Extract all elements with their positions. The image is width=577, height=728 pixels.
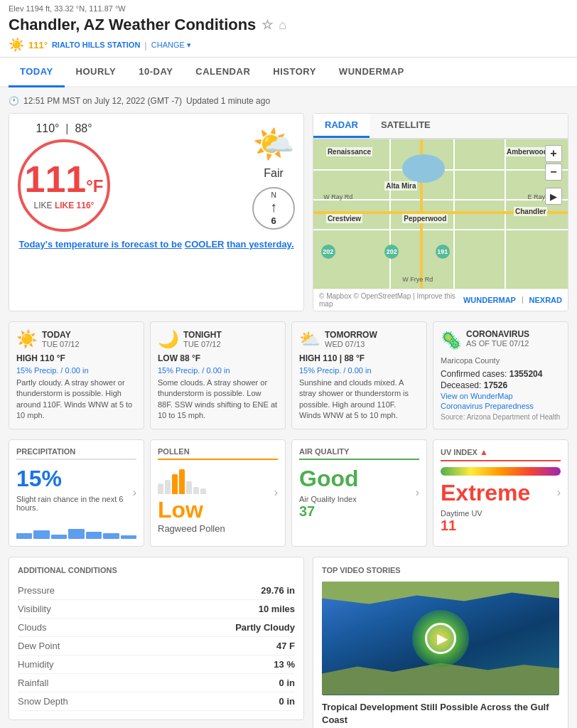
road-label-wray: W Ray Rd <box>323 193 352 200</box>
map-view[interactable]: Renaissance Amberwood II Alta Mira Crest… <box>313 139 568 289</box>
map-footer: © Mapbox © OpenStreetMap | Improve this … <box>313 289 568 311</box>
temp-circle: 111°F LIKE LIKE 116° <box>18 139 110 232</box>
precip-arrow[interactable]: › <box>133 486 136 499</box>
row-rainfall: Rainfall 0 in <box>18 674 295 692</box>
map-label-renaissance: Renaissance <box>326 147 372 156</box>
highway-191: 191 <box>436 245 450 259</box>
uv-warning-icon: ▲ <box>480 447 488 457</box>
corona-header: 🦠 CORONAVIRUS AS OF TUE 07/12 <box>441 329 561 352</box>
zoom-in-button[interactable]: + <box>545 145 562 162</box>
pollen-level: Low <box>158 497 278 523</box>
video-play-overlay: ▶ <box>322 582 559 695</box>
low-temp: 88° <box>75 122 92 134</box>
air-quality-card: AIR QUALITY Good Air Quality Index 37 › <box>291 439 427 547</box>
station-temp: 111° <box>28 40 48 50</box>
tonight-desc: Some clouds. A stray shower or thunderst… <box>158 378 278 422</box>
precip-title: PRECIPITATION <box>16 447 136 460</box>
tab-wundermap[interactable]: WUNDERMAP <box>328 58 416 87</box>
aq-title: AIR QUALITY <box>299 447 419 460</box>
temp-circle-area: 110° | 88° 111°F LIKE LIKE 116° <box>18 122 110 232</box>
sun-icon: 🌤️ <box>252 124 295 164</box>
aq-sub: Air Quality Index <box>299 495 419 503</box>
map-tab-satellite[interactable]: SATELLITE <box>370 114 442 138</box>
weather-map-section: 110° | 88° 111°F LIKE LIKE 116° � <box>9 113 568 311</box>
uv-level: Extreme <box>441 480 561 506</box>
city-title-bar: Chandler, AZ Weather Conditions ☆ ⌂ <box>9 16 568 34</box>
corona-icon: 🦠 <box>441 331 462 350</box>
pollen-title: POLLEN <box>158 447 278 460</box>
tab-history[interactable]: HISTORY <box>261 58 328 87</box>
uv-arrow[interactable]: › <box>557 486 561 499</box>
forecast-today-header: ☀️ TODAY TUE 07/12 <box>16 329 136 349</box>
tab-10day[interactable]: 10-DAY <box>127 58 184 87</box>
tonight-icon: 🌙 <box>158 329 179 349</box>
time-bar: 🕐 12:51 PM MST on July 12, 2022 (GMT -7)… <box>9 96 568 106</box>
video-story-title: Tropical Development Still Possible Acro… <box>322 701 559 727</box>
precip-sub: Slight rain chance in the next 6 hours. <box>16 495 136 512</box>
uv-value: 11 <box>441 518 561 534</box>
map-label-crestview: Crestview <box>326 214 362 223</box>
tomorrow-title: TOMORROW <box>325 330 377 340</box>
precip-bars <box>16 518 136 539</box>
bottom-section: ADDITIONAL CONDITIONS Pressure 29.76 in … <box>9 557 568 728</box>
today-title: TODAY <box>42 330 80 340</box>
corona-deceased: Deceased: 17526 <box>441 380 561 390</box>
today-precip[interactable]: 15% Precip. / 0.00 in <box>16 366 136 375</box>
tomorrow-precip[interactable]: 15% Precip. / 0.00 in <box>299 366 419 375</box>
feels-like: LIKE LIKE 116° <box>34 200 95 210</box>
wundermap-link[interactable]: WUNDERMAP <box>463 296 516 304</box>
tonight-date: TUE 07/12 <box>183 340 222 348</box>
left-bottom: ADDITIONAL CONDITIONS Pressure 29.76 in … <box>9 557 304 728</box>
tonight-title: TONIGHT <box>183 330 222 340</box>
corona-source: Source: Arizona Department of Health <box>441 413 561 421</box>
main-temp: 111°F <box>24 161 103 198</box>
corona-wundermap-link[interactable]: View on WunderMap <box>441 392 561 400</box>
wind-direction: N <box>271 191 276 199</box>
uv-gradient-bar <box>441 467 561 476</box>
station-bar: ☀️ 111° RIALTO HILLS STATION | CHANGE ▾ <box>9 37 568 53</box>
today-icon: ☀️ <box>16 329 38 349</box>
play-button[interactable]: ▶ <box>545 188 562 205</box>
tonight-hilo: LOW 88 °F <box>158 353 278 363</box>
precip-value: 15% <box>16 466 136 492</box>
change-button[interactable]: CHANGE ▾ <box>151 41 191 50</box>
forecast-today: ☀️ TODAY TUE 07/12 HIGH 110 °F 15% Preci… <box>9 321 144 429</box>
nexrad-link[interactable]: NEXRAD <box>529 296 562 304</box>
header: Elev 1194 ft, 33.32 °N, 111.87 °W Chandl… <box>0 0 577 58</box>
corona-cases: Confirmed cases: 1355204 <box>441 369 561 379</box>
video-thumbnail[interactable]: ▶ <box>322 582 559 695</box>
corona-prep-link[interactable]: Coronavirus Preparedness <box>441 402 561 410</box>
zoom-out-button[interactable]: − <box>545 164 562 181</box>
clock-icon: 🕐 <box>9 96 19 106</box>
tonight-precip[interactable]: 15% Precip. / 0.00 in <box>158 366 278 375</box>
row-pressure: Pressure 29.76 in <box>18 582 295 600</box>
map-label-chandler: Chandler <box>514 207 547 216</box>
pollen-arrow[interactable]: › <box>274 486 278 499</box>
tomorrow-icon: ⛅ <box>299 329 320 349</box>
tab-hourly[interactable]: HOURLY <box>65 58 128 87</box>
condition-text: Fair <box>252 167 295 180</box>
aq-arrow[interactable]: › <box>416 486 419 499</box>
map-tab-radar[interactable]: RADAR <box>313 114 370 138</box>
row-dew-point: Dew Point 47 F <box>18 637 295 655</box>
pollen-type: Ragweed Pollen <box>158 523 278 534</box>
row-humidity: Humidity 13 % <box>18 655 295 674</box>
map-tabs: RADAR SATELLITE <box>313 114 568 139</box>
today-date: TUE 07/12 <box>42 340 80 348</box>
map-links: WUNDERMAP | NEXRAD <box>463 296 562 304</box>
map-copyright: © Mapbox © OpenStreetMap | Improve this … <box>319 292 463 308</box>
forecast-cards: ☀️ TODAY TUE 07/12 HIGH 110 °F 15% Preci… <box>9 321 568 429</box>
tomorrow-desc: Sunshine and clouds mixed. A stray showe… <box>299 378 419 422</box>
tab-calendar[interactable]: CALENDAR <box>184 58 261 87</box>
home-icon[interactable]: ⌂ <box>279 18 286 33</box>
forecast-tomorrow: ⛅ TOMORROW WED 07/13 HIGH 110 | 88 °F 15… <box>291 321 427 429</box>
weather-icon-area: 🌤️ Fair N ↑ 6 <box>252 124 295 230</box>
wind-compass: N ↑ 6 <box>252 187 295 230</box>
tab-today[interactable]: TODAY <box>9 58 65 87</box>
video-play-button[interactable]: ▶ <box>425 623 456 654</box>
pollen-bars-chart <box>158 466 278 494</box>
star-icon[interactable]: ☆ <box>261 17 273 33</box>
pollen-card: POLLEN Low Ragweed Pollen › <box>150 439 286 547</box>
corona-title: CORONAVIRUS <box>466 329 529 339</box>
wind-speed: 6 <box>270 215 277 226</box>
